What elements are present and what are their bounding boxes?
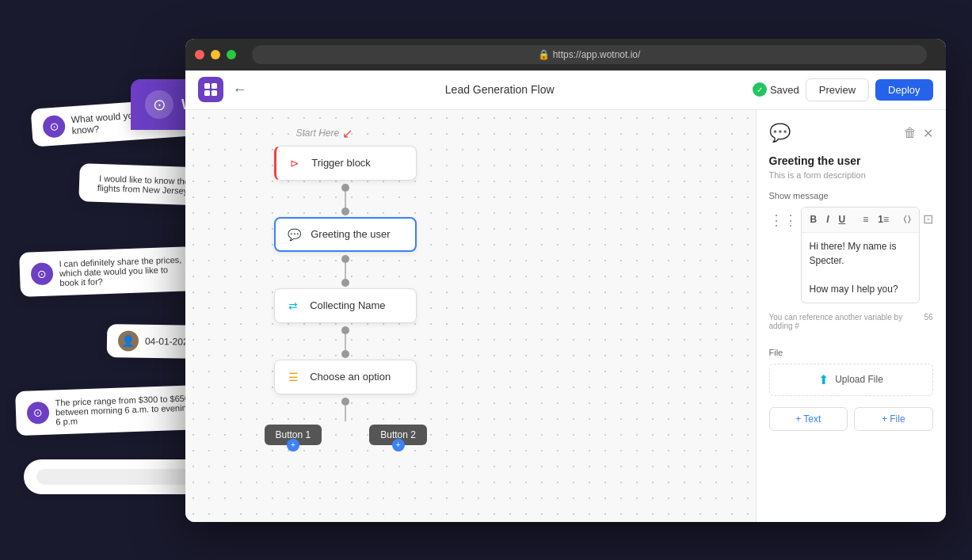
greeting-label: Greeting the user (311, 228, 390, 240)
user-avatar-2: 👤 (118, 330, 139, 351)
branch-button-2[interactable]: Button 2 + (369, 425, 427, 445)
page-title: Lead Generation Flow (257, 83, 743, 96)
saved-badge: ✓ Saved (753, 82, 799, 97)
line-3 (345, 334, 346, 350)
add-buttons-row: + Text + File (769, 407, 933, 431)
connector-5 (341, 326, 349, 334)
unordered-list-button[interactable]: ≡ (860, 212, 871, 227)
upload-file-button[interactable]: ⬆ Upload File (769, 364, 933, 396)
char-count: 56 (924, 313, 932, 341)
branch-plus-2[interactable]: + (392, 439, 405, 451)
editor-toolbar: B I U ≡ 1≡ 〈〉 ☺ (802, 208, 919, 233)
app-logo (198, 77, 223, 102)
chat-input-placeholder[interactable] (36, 469, 206, 485)
chat-bubble-4: ⊙ The price range from $300 to $650 betw… (15, 385, 207, 436)
canvas-area[interactable]: Start Here ↙ ⊳ Trigger block 💬 Greeti (185, 110, 756, 522)
drag-handle-icon: ⋮⋮ (769, 211, 798, 229)
url-text: https://app.wotnot.io/ (553, 49, 641, 60)
connector-3 (341, 255, 349, 263)
preview-button[interactable]: Preview (806, 78, 869, 101)
connector-4 (341, 279, 349, 287)
scene: ⊙ What would you like to know? 👤 I would… (0, 0, 972, 560)
arrow-icon: ↙ (342, 126, 353, 141)
traffic-light-green[interactable] (227, 50, 236, 59)
traffic-light-red[interactable] (195, 50, 204, 59)
connector-2 (341, 208, 349, 215)
message-line-1: Hi there! My name is Specter. (810, 239, 911, 268)
panel-header: 💬 🗑 ✕ (769, 123, 933, 145)
message-line-2: How may I help you? (810, 282, 911, 296)
copy-icon[interactable]: ⊡ (923, 211, 933, 227)
svg-rect-2 (204, 90, 210, 96)
svg-rect-3 (212, 90, 217, 96)
branch-plus-1[interactable]: + (287, 439, 299, 451)
collecting-label: Collecting Name (310, 299, 385, 311)
connector-7 (341, 398, 349, 406)
chat-bubble-4-text: The price range from $300 to $650 betwee… (55, 393, 195, 426)
branch-container: Button 1 + Button 2 + (265, 425, 427, 445)
trigger-icon: ⊳ (286, 154, 303, 172)
editor-content[interactable]: Hi there! My name is Specter. How may I … (802, 233, 919, 303)
bot-avatar-2: ⊙ (31, 262, 54, 285)
right-panel: 💬 🗑 ✕ Greeting the user This is a form d… (756, 110, 946, 522)
flow-container: Start Here ↙ ⊳ Trigger block 💬 Greeti (265, 126, 427, 445)
deploy-button[interactable]: Deploy (875, 79, 932, 101)
lock-icon: 🔒 (538, 49, 550, 60)
line-2 (345, 263, 346, 279)
connector-1 (341, 184, 349, 192)
add-file-button[interactable]: + File (854, 407, 933, 431)
delete-icon[interactable]: 🗑 (904, 126, 917, 141)
url-bar: 🔒 https://app.wotnot.io/ (252, 45, 927, 64)
panel-action-icons: 🗑 ✕ (904, 126, 933, 141)
hint-text: You can reference another variable by ad… (769, 313, 924, 330)
file-section-label: File (769, 348, 933, 357)
start-here-label: Start Here ↙ (296, 126, 353, 141)
chat-bubble-3-text: I can definitely share the prices, which… (59, 255, 183, 288)
svg-rect-0 (204, 83, 210, 89)
code-button[interactable]: 〈〉 (896, 212, 918, 227)
browser-window: 🔒 https://app.wotnot.io/ ← Lead Generati… (185, 39, 946, 522)
browser-chrome: 🔒 https://app.wotnot.io/ (185, 39, 946, 70)
choose-label: Choose an option (310, 371, 391, 383)
traffic-light-yellow[interactable] (211, 50, 220, 59)
start-label-text: Start Here (296, 128, 340, 139)
choose-block[interactable]: ☰ Choose an option (274, 360, 417, 394)
message-editor[interactable]: B I U ≡ 1≡ 〈〉 ☺ Hi there! My name is Spe… (801, 207, 920, 303)
panel-description: This is a form description (769, 170, 933, 180)
trigger-block[interactable]: ⊳ Trigger block (274, 146, 417, 181)
close-icon[interactable]: ✕ (923, 126, 933, 141)
app-body: Start Here ↙ ⊳ Trigger block 💬 Greeti (185, 110, 946, 522)
panel-type-icon: 💬 (769, 123, 791, 145)
connector-6 (341, 350, 349, 358)
branch-button-1[interactable]: Button 1 + (265, 425, 322, 445)
underline-button[interactable]: U (837, 212, 848, 227)
wotnot-logo: ⊙ (145, 90, 173, 119)
line-4 (345, 406, 346, 421)
chat-bubble-3: ⊙ I can definitely share the prices, whi… (19, 246, 195, 297)
message-editor-row: ⋮⋮ B I U ≡ 1≡ 〈〉 ☺ (769, 207, 933, 308)
saved-check-icon: ✓ (753, 82, 767, 97)
panel-title: Greeting the user (769, 154, 933, 167)
add-text-button[interactable]: + Text (769, 407, 848, 431)
collecting-icon: ⇄ (284, 297, 302, 314)
app-header: ← Lead Generation Flow ✓ Saved Preview D… (185, 70, 946, 110)
bot-avatar-3: ⊙ (27, 402, 50, 425)
upload-icon: ⬆ (818, 372, 829, 387)
bold-button[interactable]: B (808, 212, 820, 227)
show-message-label: Show message (769, 191, 933, 200)
trigger-label: Trigger block (311, 157, 371, 169)
italic-button[interactable]: I (824, 212, 831, 227)
bot-avatar-1: ⊙ (42, 115, 66, 139)
header-actions: ✓ Saved Preview Deploy (753, 78, 933, 101)
svg-rect-1 (212, 83, 217, 89)
saved-label: Saved (770, 84, 799, 96)
greeting-block[interactable]: 💬 Greeting the user (274, 217, 417, 252)
upload-file-label: Upload File (835, 374, 883, 385)
back-button[interactable]: ← (233, 82, 247, 98)
greeting-icon: 💬 (285, 226, 303, 243)
choose-icon: ☰ (284, 368, 302, 386)
hint-row: You can reference another variable by ad… (769, 313, 933, 341)
ordered-list-button[interactable]: 1≡ (875, 212, 891, 227)
collecting-block[interactable]: ⇄ Collecting Name (274, 288, 417, 323)
line-1 (345, 192, 346, 208)
